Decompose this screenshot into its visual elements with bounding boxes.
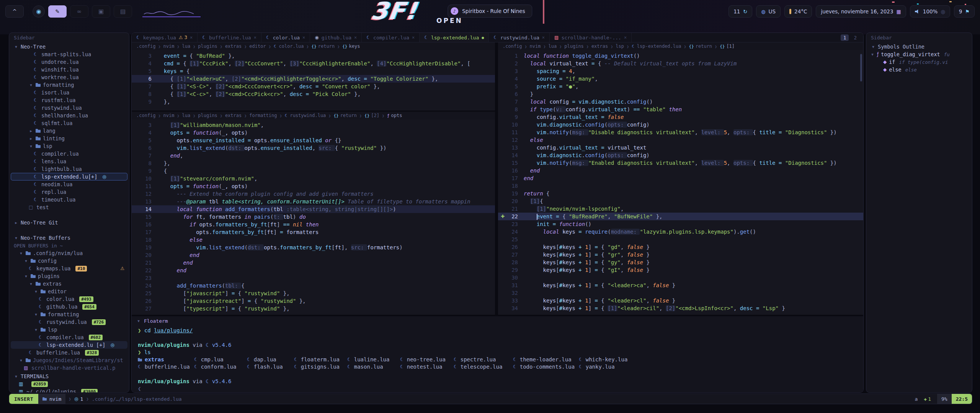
tree-folder-lang[interactable]: ▸lang	[11, 127, 127, 135]
code-line-33[interactable]: 33 keys[#keys + 1] = { "<leader>cl", fal…	[498, 297, 863, 304]
tree-file-neodim-lua[interactable]: ☾neodim.lua	[11, 180, 127, 188]
breadcrumb-segment[interactable]: {}keys	[342, 44, 360, 49]
tree-file-test[interactable]: □test	[11, 203, 127, 211]
code-line-32[interactable]: 32	[498, 289, 863, 297]
tree-folder--config-nvim-lua[interactable]: ▾.config/nvim/lua	[11, 249, 127, 257]
breadcrumb-segment[interactable]: {}return	[333, 113, 357, 118]
file-button[interactable]: ▤	[114, 5, 132, 18]
cwd-segment[interactable]: nvim	[38, 394, 65, 404]
os-logo-button[interactable]: ◉	[33, 5, 45, 18]
keyboard-layout-widget[interactable]: ◍ US	[756, 5, 781, 18]
tab-lsp-extended-lua[interactable]: ☾lsp-extended.lua●	[420, 33, 489, 42]
breadcrumb-segment[interactable]: lsp	[616, 44, 624, 49]
code-line-27[interactable]: 27 ["typescript"] = { "rustywind" },	[132, 305, 495, 312]
close-icon[interactable]: ×	[254, 35, 256, 40]
tree-file-worktree-lua[interactable]: ☾worktree.lua	[11, 73, 127, 81]
code-line-21[interactable]: 21 [1]"neovim/nvim-lspconfig",	[498, 205, 863, 213]
code-line-4[interactable]: 4 source = "if_many",	[498, 75, 863, 83]
tree-file-timeout-lua[interactable]: ☾timeout.lua	[11, 196, 127, 203]
tree-file-bufferline-lua[interactable]: ☾bufferline.lua#328	[11, 349, 127, 356]
code-line-23[interactable]: 23	[132, 274, 495, 282]
code-line-26[interactable]: 26 ["javascriptreact"] = { "rustywind" }…	[132, 297, 495, 305]
breadcrumb-segment[interactable]: {}[1]	[720, 44, 735, 49]
code-line-23[interactable]: 23 init = function()	[498, 220, 863, 228]
code-line-21[interactable]: 21 end	[132, 259, 495, 267]
code-line-29[interactable]: 29 keys[#keys + 1] = { "gI", false }	[498, 266, 863, 274]
code-line-10[interactable]: 10 [1]"stevearc/conform.nvim",	[132, 175, 495, 182]
tabpage-2[interactable]: 2	[851, 34, 859, 41]
code-line-9[interactable]: 9 config.virtual_text = false	[498, 113, 863, 121]
code-line-7[interactable]: 7 { [1]"<S-C>", [2]"<cmd>CccConvert<cr>"…	[132, 83, 495, 90]
close-icon[interactable]: ×	[542, 35, 545, 40]
breadcrumb-segment[interactable]: plugins	[198, 44, 217, 49]
tree-file--c-n-l-plugins[interactable]: ▥~/.c/n/l/plugins#3980	[11, 388, 127, 392]
tab-rustywind-lua[interactable]: ☾rustywind.lua×	[489, 33, 550, 42]
window-separator[interactable]	[495, 42, 498, 315]
tree-folder-config[interactable]: ▾config	[11, 257, 127, 265]
tree-file-terminal[interactable]: ▥#2859	[11, 380, 127, 388]
now-playing-widget[interactable]: ♪ Spiritbox - Rule Of Nines	[448, 5, 532, 18]
breadcrumb-segment[interactable]: extras	[225, 113, 242, 118]
tree-file-shellharden-lua[interactable]: ☾shellharden.lua	[11, 112, 127, 119]
code-line-13[interactable]: 13 config.virtual_text = virtual_text	[498, 144, 863, 151]
code-line-7[interactable]: 7 local config = vim.diagnostic.config()	[498, 98, 863, 106]
tree-folder-juegos-indies-steamlibrary-st[interactable]: ▾Juegos/Indies/SteamLibrary/st	[11, 356, 127, 364]
code-line-27[interactable]: 27 keys[#keys + 1] = { "gr", false }	[498, 251, 863, 259]
code-line-30[interactable]: 30	[498, 274, 863, 281]
code-area[interactable]: 3 [1]"williamboman/mason.nvim",4 opts = …	[132, 119, 495, 315]
tree-folder-editor[interactable]: ▾editor	[11, 288, 127, 295]
code-line-14[interactable]: 14 local function add_formatters(tbl :ta…	[132, 205, 495, 213]
updates-widget[interactable]: 11 ↻	[728, 5, 752, 18]
code-line-4[interactable]: 4 opts = function(_, opts)	[132, 129, 495, 137]
code-line-25[interactable]: 25	[498, 236, 863, 243]
breadcrumb-segment[interactable]: nvim	[163, 44, 175, 49]
tree-file-winshift-lua[interactable]: ☾winshift.lua	[11, 66, 127, 73]
tree-folder-lsp[interactable]: ▾lsp	[11, 142, 127, 150]
tab-github-lua[interactable]: ◉github.lua×	[310, 33, 362, 42]
code-line-5[interactable]: 5 keys = {	[132, 67, 495, 75]
breadcrumb-segment[interactable]: .config	[503, 44, 522, 49]
tree-file-lsp-extended-lu-[interactable]: ☾lsp-extended.lu[+]◎	[11, 173, 127, 180]
code-line-6[interactable]: 6 }	[498, 90, 863, 98]
tree-file-undotree-lua[interactable]: ☾undotree.lua	[11, 58, 127, 66]
tree-file-keymaps-lua[interactable]: ☾keymaps.lua#10⚠	[11, 265, 127, 272]
breadcrumb-segment[interactable]: ƒopts	[387, 113, 402, 118]
breadcrumb-segment[interactable]: {}[2]	[364, 113, 379, 118]
code-line-24[interactable]: 24 local keys = require(modname: "lazyvi…	[498, 228, 863, 236]
close-icon[interactable]: ×	[354, 35, 357, 40]
tree-file-repl-lua[interactable]: ☾repl.lua	[11, 188, 127, 196]
code-line-31[interactable]: 31 keys[#keys + 1] = { "<leader>ca", fal…	[498, 281, 863, 289]
code-line-9[interactable]: 9 },	[132, 98, 495, 106]
weather-widget[interactable]: 24°C	[784, 5, 812, 18]
tabpage-1[interactable]: 1	[841, 34, 849, 41]
terminal-output[interactable]: ❯ cd lua/plugins/nvim/lua/plugins via ☾ …	[132, 325, 863, 392]
sidebar-section-neo-tree-buffers[interactable]: ▾Neo-Tree Buffers	[11, 234, 127, 242]
code-line-11[interactable]: 11 opts = function(_, opts)	[132, 182, 495, 190]
code-line-28[interactable]: 28 keys[#keys + 1] = { "gy", false }	[498, 259, 863, 266]
code-line-9[interactable]: 9 {	[132, 167, 495, 175]
code-area[interactable]: 1local function toggle_diag_virtext()2 l…	[498, 50, 863, 315]
tree-folder-plugins[interactable]: ▾plugins	[11, 272, 127, 280]
edit-button[interactable]: ✎	[48, 5, 67, 18]
date-widget[interactable]: jueves, noviembre 16, 2023 ▦	[816, 5, 906, 18]
code-line-6[interactable]: 6 vim.list_extend(dst: opts.ensure_insta…	[132, 144, 495, 152]
code-line-6[interactable]: 6 { [1]"<leader>uC", [2]"<cmd>CccHighlig…	[132, 75, 495, 83]
window-title-widget[interactable]	[142, 6, 201, 17]
tree-file-compiler-lua[interactable]: ☾compiler.lua	[11, 150, 127, 158]
code-line-12[interactable]: 12 else	[498, 136, 863, 144]
code-line-2[interactable]: 2 local virtual_text = { -- Default virt…	[498, 60, 863, 67]
breadcrumb-segment[interactable]: editor	[249, 44, 266, 49]
code-line-16[interactable]: 16 if opts.formatters_by_ft[ft] == nil t…	[132, 221, 495, 228]
breadcrumb-segment[interactable]: {}return	[689, 44, 712, 49]
code-line-8[interactable]: 8 { [1]"<C-c>", [2]"<cmd>CccPick<cr>", d…	[132, 90, 495, 98]
sidebar-section-neo-tree-git[interactable]: ▸Neo-Tree Git	[11, 219, 127, 226]
copy-button[interactable]: ▣	[92, 5, 110, 18]
code-line-14[interactable]: 14 vim.diagnostic.config(opts: config)	[498, 151, 863, 159]
code-line-8[interactable]: 8 },	[132, 159, 495, 167]
code-line-8[interactable]: 8 if type(v: config.virtual_text) == "ta…	[498, 106, 863, 113]
code-line-5[interactable]: 5 opts.ensure_installed = opts.ensure_in…	[132, 137, 495, 144]
sidebar-section-neo-tree[interactable]: ▾Neo-Tree	[11, 43, 127, 50]
breadcrumb-segment[interactable]: lua	[549, 44, 557, 49]
tree-folder-formatting[interactable]: ▾formatting	[11, 81, 127, 89]
volume-widget[interactable]: 100% ◎	[910, 5, 950, 18]
